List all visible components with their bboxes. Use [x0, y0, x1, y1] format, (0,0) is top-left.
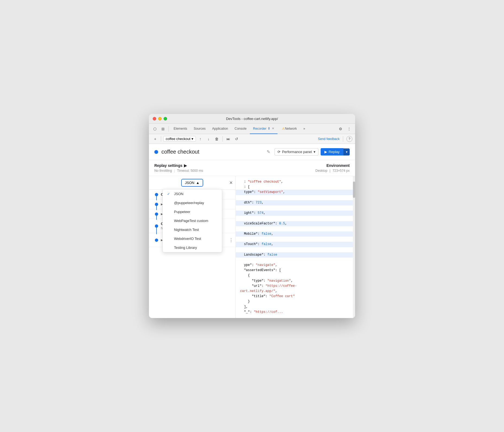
replay-circle-btn[interactable]: ↺	[233, 135, 240, 142]
header-actions: ⟳ Performance panel ▾ ▶ Replay ▾	[275, 148, 350, 155]
toolbar: + coffee checkout ▾ ↑ ↓ 🗑 ⏭ ↺ Send feedb…	[149, 134, 355, 144]
env-sep: |	[330, 169, 330, 173]
format-arrow-icon: ▲	[196, 181, 199, 185]
step-play-btn[interactable]: ⏭	[225, 135, 232, 142]
checkmark-icon: ✓	[167, 192, 171, 196]
add-recording-btn[interactable]: +	[152, 135, 159, 142]
replay-settings-title[interactable]: Replay settings ▶	[154, 163, 315, 168]
dropdown-item-webdriverio-label: WebdriverIO Test	[174, 237, 201, 241]
format-bar: JSON ▲ ✕ ✓ JSON @puppeteer/replay	[149, 176, 235, 190]
download-icon: ↓	[208, 137, 209, 141]
upload-icon: ↑	[199, 137, 201, 141]
dropdown-item-puppeteer-replay[interactable]: @puppeteer/replay	[163, 198, 222, 207]
code-line-14: "url": "https://coffee-	[240, 284, 297, 288]
export-btn[interactable]: ↑	[197, 135, 204, 142]
perf-panel-btn[interactable]: ⟳ Performance panel ▾	[275, 148, 318, 155]
scrollbar-track[interactable]	[353, 176, 355, 318]
recorder-close-icon[interactable]: ✕	[272, 127, 274, 130]
replay-label: Replay	[329, 150, 340, 154]
more-dots-icon: ⋮	[229, 238, 233, 242]
steps-area: JSON ▲ ✕ ✓ JSON @puppeteer/replay	[149, 176, 355, 318]
code-line-16: "title": "Coffee cart"	[240, 294, 295, 298]
dropdown-item-puppeteer-replay-label: @puppeteer/replay	[174, 201, 204, 205]
toolbar-divider	[161, 136, 161, 142]
settings-left: Replay settings ▶ No throttling | Timeou…	[154, 163, 315, 173]
dropdown-item-webpagetest-label: WebPageTest custom	[174, 219, 208, 223]
device-icon: ⊞	[161, 127, 165, 131]
dropdown-item-webdriverio[interactable]: WebdriverIO Test	[163, 234, 222, 243]
help-btn[interactable]: ?	[346, 136, 352, 142]
settings-row: Replay settings ▶ No throttling | Timeou…	[149, 160, 355, 176]
cursor-icon-btn[interactable]: ⬡	[151, 125, 159, 133]
dropdown-item-json[interactable]: ✓ JSON	[163, 189, 222, 198]
recording-selector[interactable]: coffee checkout ▾	[163, 136, 196, 142]
devtools-window: DevTools - coffee-cart.netlify.app/ ⬡ ⊞ …	[149, 114, 355, 318]
code-line-15: cart.netlify.app/",	[240, 289, 277, 293]
steps-panel: JSON ▲ ✕ ✓ JSON @puppeteer/replay	[149, 176, 236, 318]
toolbar-right: Send feedback ?	[318, 136, 352, 142]
format-selected-label: JSON	[185, 181, 194, 185]
code-line-10: ype": "navigate",	[240, 263, 277, 267]
cursor-icon: ⬡	[153, 127, 157, 131]
dropdown-item-puppeteer[interactable]: Puppeteer	[163, 207, 222, 216]
dropdown-item-nightwatch[interactable]: Nightwatch Test	[163, 225, 222, 234]
pencil-icon: ✎	[267, 150, 270, 154]
devtools-nav: ⬡ ⊞ Elements Sources Application Console…	[149, 124, 355, 134]
selector-chevron-down-icon: ▾	[192, 137, 193, 141]
code-panel-wrapper: : "coffee checkout", : [ type": "setView…	[236, 176, 355, 318]
perf-panel-label: Performance panel	[282, 150, 312, 154]
env-type: Desktop	[315, 169, 327, 173]
scrollbar-thumb[interactable]	[353, 182, 355, 198]
nav-tabs: Elements Sources Application Console Rec…	[170, 124, 336, 134]
code-line-2: : [	[240, 185, 250, 189]
tab-application[interactable]: Application	[209, 124, 231, 134]
code-line-6: viceScaleFactor": 0.5,	[236, 221, 355, 226]
step-actions-btn[interactable]: ⋮	[229, 237, 233, 243]
code-panel[interactable]: : "coffee checkout", : [ type": "setView…	[236, 176, 355, 318]
recording-title: coffee checkout	[161, 149, 262, 155]
nav-right: ⚙ ⋮	[337, 125, 353, 133]
edit-title-btn[interactable]: ✎	[266, 148, 271, 155]
replay-main-btn[interactable]: ▶ Replay	[321, 148, 343, 155]
env-title: Environment	[315, 163, 350, 168]
import-btn[interactable]: ↓	[205, 135, 212, 142]
settings-btn[interactable]: ⚙	[337, 125, 344, 133]
traffic-lights	[153, 117, 167, 120]
code-line-1: : "coffee checkout",	[240, 180, 283, 184]
close-button[interactable]	[153, 117, 156, 120]
settings-right: Environment Desktop | 723×574 px	[315, 163, 350, 173]
env-size: 723×574 px	[333, 169, 350, 173]
close-panel-btn[interactable]: ✕	[229, 180, 233, 185]
delete-btn[interactable]: 🗑	[213, 135, 220, 142]
format-selector-btn[interactable]: JSON ▲	[181, 179, 203, 187]
tab-network[interactable]: ⚠ Network	[277, 124, 300, 134]
code-line-18: ],	[240, 305, 248, 309]
dropdown-item-webpagetest[interactable]: WebPageTest custom	[163, 216, 222, 225]
code-line-17: }	[240, 300, 250, 303]
tab-recorder[interactable]: Recorder 🎙 ✕	[250, 124, 277, 134]
code-line-8: sTouch": false,	[236, 242, 355, 247]
tab-sources[interactable]: Sources	[190, 124, 209, 134]
replay-dropdown-btn[interactable]: ▾	[343, 148, 350, 155]
replay-play-icon: ▶	[324, 150, 327, 154]
toolbar-divider-3	[343, 136, 343, 142]
dropdown-item-json-label: JSON	[174, 192, 184, 196]
window-title: DevTools - coffee-cart.netlify.app/	[226, 117, 278, 121]
more-options-btn[interactable]: ⋮	[345, 125, 353, 133]
step-dot-click	[155, 239, 158, 242]
minimize-button[interactable]	[158, 117, 162, 120]
recording-dot	[154, 150, 158, 154]
more-vert-icon: ⋮	[347, 127, 351, 131]
tab-elements[interactable]: Elements	[170, 124, 190, 134]
dropdown-item-testing-library[interactable]: Testing Library	[163, 243, 222, 252]
env-sub: Desktop | 723×574 px	[315, 169, 350, 173]
maximize-button[interactable]	[164, 117, 167, 120]
tab-more[interactable]: »	[300, 124, 308, 134]
device-toolbar-btn[interactable]: ⊞	[159, 125, 167, 133]
recording-header: coffee checkout ✎ ⟳ Performance panel ▾ …	[149, 144, 355, 160]
settings-sep: |	[174, 169, 175, 173]
send-feedback-link[interactable]: Send feedback	[318, 137, 340, 141]
tab-console[interactable]: Console	[231, 124, 250, 134]
code-line-5: ight": 574,	[236, 211, 355, 216]
timeout-label: Timeout: 5000 ms	[177, 169, 203, 173]
